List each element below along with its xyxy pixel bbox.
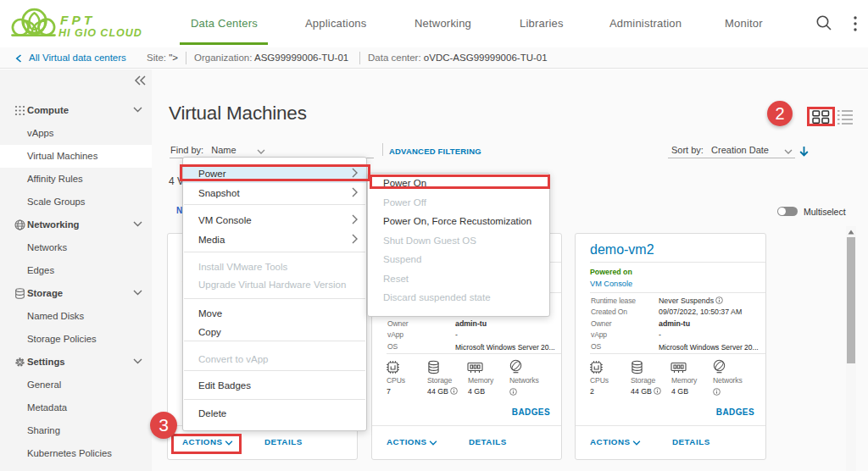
svg-text:FPT: FPT (60, 13, 95, 27)
svg-text:HI GIO CLOUD: HI GIO CLOUD (58, 27, 142, 39)
